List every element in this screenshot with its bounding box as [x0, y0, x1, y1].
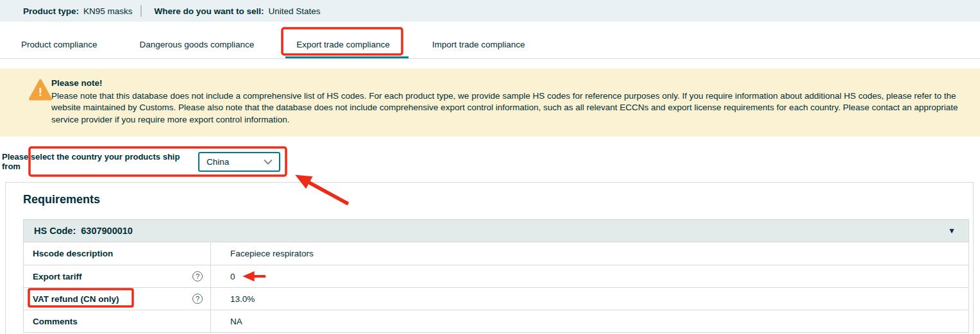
ship-from-label: Please select the country your products … [2, 152, 198, 171]
requirements-heading: Requirements [23, 193, 969, 208]
table-row-comments: Comments NA [24, 310, 968, 332]
requirements-panel: Requirements HS Code: 6307900010 ▼ Hscod… [5, 182, 974, 334]
help-icon[interactable]: ? [192, 294, 203, 304]
row-label: Export tariff [33, 272, 82, 281]
row-value: NA [230, 317, 242, 326]
warning-icon: ! [29, 79, 52, 101]
sell-country-value: United States [269, 6, 321, 16]
hs-code-value: 6307900010 [81, 226, 133, 236]
hs-code-label: HS Code: [34, 226, 76, 236]
context-bar: Product type: KN95 masks Where do you wa… [0, 0, 980, 22]
compliance-tab-bar: Product compliance Dangerous goods compl… [0, 30, 980, 59]
tab-import-trade-compliance[interactable]: Import trade compliance [432, 30, 525, 58]
row-value: 13.0% [230, 294, 255, 304]
sell-country-label: Where do you want to sell: [155, 6, 264, 16]
table-row-export-tariff: Export tariff ? 0 [24, 265, 968, 287]
product-type-value: KN95 masks [83, 6, 133, 16]
svg-text:!: ! [38, 85, 42, 99]
notice-title: Please note! [51, 78, 970, 90]
tab-export-trade-compliance[interactable]: Export trade compliance [296, 30, 390, 58]
hs-code-header[interactable]: HS Code: 6307900010 ▼ [23, 219, 969, 242]
notice-body: Please note that this database does not … [51, 90, 970, 126]
ship-from-select[interactable]: China [198, 152, 280, 172]
tab-dangerous-goods-compliance[interactable]: Dangerous goods compliance [140, 30, 255, 58]
product-type-label: Product type: [23, 6, 79, 16]
notice-banner: Please note! Please note that this datab… [0, 69, 980, 137]
ship-from-selected-value: China [207, 157, 229, 167]
table-row-hscode-description: Hscode description Facepiece respirators [24, 242, 968, 265]
requirements-table: Hscode description Facepiece respirators… [23, 242, 969, 333]
row-label: Comments [33, 317, 78, 326]
collapse-triangle-icon[interactable]: ▼ [948, 227, 956, 235]
ship-from-row: Please select the country your products … [0, 147, 980, 176]
row-value: Facepiece respirators [230, 249, 314, 258]
row-label: VAT refund (CN only) [33, 294, 119, 304]
table-row-vat-refund: VAT refund (CN only) ? 13.0% [24, 287, 968, 310]
row-value: 0 [230, 272, 235, 281]
tab-product-compliance[interactable]: Product compliance [21, 30, 97, 58]
chevron-down-icon [264, 159, 273, 165]
export-trade-compliance-page: Product type: KN95 masks Where do you wa… [0, 0, 980, 334]
divider [140, 5, 142, 17]
help-icon[interactable]: ? [192, 271, 203, 281]
row-label: Hscode description [33, 249, 113, 258]
